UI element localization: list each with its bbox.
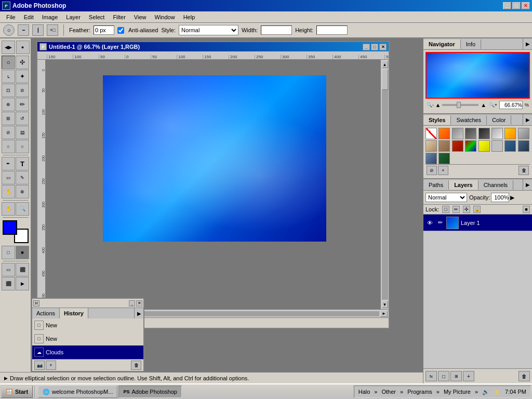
swatch-green[interactable] bbox=[438, 153, 450, 164]
swatch-gray1[interactable] bbox=[452, 128, 463, 139]
hand-tool[interactable]: ✋ bbox=[2, 202, 15, 216]
swatch-teal[interactable] bbox=[504, 140, 516, 152]
swatch-beige[interactable] bbox=[425, 140, 437, 152]
width-input[interactable] bbox=[261, 25, 292, 35]
swatch-blue-metal[interactable] bbox=[518, 140, 529, 152]
full-screen-menu[interactable]: ⬛ bbox=[16, 263, 29, 276]
jump-to-imageready[interactable]: ▶ bbox=[16, 277, 29, 290]
history-brush-tool[interactable]: ↺ bbox=[16, 112, 29, 125]
tab-info[interactable]: Info bbox=[461, 39, 481, 49]
fill-opacity[interactable]: ■ bbox=[523, 206, 530, 213]
layer-new-btn[interactable]: + bbox=[463, 371, 474, 381]
swatch-orange[interactable] bbox=[438, 128, 450, 139]
zoom-out-icon[interactable]: 🔍- bbox=[427, 102, 434, 108]
minimize-button[interactable]: _ bbox=[503, 2, 511, 9]
close-button[interactable]: ✕ bbox=[522, 2, 530, 9]
height-input[interactable] bbox=[316, 25, 348, 35]
menu-view[interactable]: View bbox=[130, 13, 151, 21]
tab-swatches[interactable]: Swatches bbox=[451, 115, 487, 125]
history-panel-menu-btn[interactable]: ▶ bbox=[134, 308, 143, 318]
brush-options[interactable]: ● bbox=[16, 41, 30, 54]
tab-channels[interactable]: Channels bbox=[478, 180, 513, 190]
swatch-none[interactable] bbox=[425, 128, 437, 139]
tab-paths[interactable]: Paths bbox=[423, 180, 449, 190]
taskbar-item-photoshop[interactable]: PS Adobe Photoshop bbox=[118, 385, 181, 398]
swatch-dark[interactable] bbox=[465, 128, 476, 139]
dodge-tool[interactable]: ○ bbox=[16, 140, 29, 153]
zoom-in-icon[interactable]: 🔍+ bbox=[489, 102, 497, 108]
scroll-right-btn[interactable]: ► bbox=[380, 311, 388, 317]
history-delete-btn[interactable]: 🗑 bbox=[131, 361, 141, 370]
actions-tab[interactable]: Actions bbox=[32, 308, 60, 318]
history-tab[interactable]: History bbox=[60, 308, 88, 318]
history-item-0[interactable]: □ New bbox=[32, 318, 143, 332]
shape-single-row-btn[interactable]: ━ bbox=[18, 24, 29, 36]
zoom-value-input[interactable] bbox=[499, 101, 523, 109]
text-tool[interactable]: T bbox=[16, 157, 29, 170]
document-canvas[interactable] bbox=[46, 60, 380, 309]
pen-tool[interactable]: ✒ bbox=[2, 157, 15, 170]
shape-single-col-btn[interactable]: ┃ bbox=[32, 24, 44, 36]
swatch-darkgray[interactable] bbox=[478, 128, 490, 139]
blend-mode-select[interactable]: Normal Dissolve Multiply bbox=[425, 193, 467, 202]
layer-visibility-0[interactable]: 👁 bbox=[425, 219, 434, 227]
swatch-cross[interactable] bbox=[491, 140, 503, 152]
layer-mask-btn[interactable]: □ bbox=[438, 371, 449, 381]
quick-mask-on[interactable]: ■ bbox=[16, 246, 29, 259]
full-screen-mode[interactable]: ⬛ bbox=[2, 277, 15, 290]
styles-delete-btn[interactable]: 🗑 bbox=[518, 166, 529, 175]
zoom-slider-thumb[interactable] bbox=[457, 102, 461, 108]
clone-stamp-tool[interactable]: ⊞ bbox=[2, 112, 15, 125]
vertical-scrollbar[interactable]: ▲ ▼ bbox=[380, 60, 389, 309]
opacity-arrow[interactable]: ▶ bbox=[510, 194, 514, 201]
lock-image-btn[interactable]: ✏ bbox=[453, 206, 460, 213]
standard-screen-mode[interactable]: ▭ bbox=[2, 263, 15, 276]
styles-new-btn[interactable]: + bbox=[438, 166, 448, 175]
swatch-tan[interactable] bbox=[438, 140, 450, 152]
notes-tool[interactable]: ✎ bbox=[16, 171, 29, 184]
tab-layers[interactable]: Layers bbox=[449, 180, 478, 190]
swatch-pattern1[interactable] bbox=[518, 128, 529, 139]
crop-tool[interactable]: ⊡ bbox=[2, 84, 15, 97]
history-item-1[interactable]: □ New bbox=[32, 332, 143, 345]
swatch-multicolor[interactable] bbox=[465, 140, 476, 152]
measure-tool[interactable]: ⊕ bbox=[16, 185, 29, 198]
menu-image[interactable]: Image bbox=[38, 13, 62, 21]
layer-item-0[interactable]: 👁 ✏ Layer 1 bbox=[423, 215, 532, 231]
layer-fx-btn[interactable]: fx bbox=[425, 371, 437, 381]
eraser-tool[interactable]: ⊘ bbox=[2, 126, 15, 139]
history-new-btn[interactable]: + bbox=[46, 361, 56, 370]
taskbar-item-ie[interactable]: 🌐 welcome PhotoshopM... bbox=[38, 385, 117, 398]
swatch-red[interactable] bbox=[452, 140, 463, 152]
start-button[interactable]: 🪟 Start bbox=[1, 385, 33, 398]
foreground-color-swatch[interactable] bbox=[3, 220, 17, 235]
doc-minimize-btn[interactable]: _ bbox=[363, 44, 370, 50]
eyedropper-tool[interactable]: ✋ bbox=[2, 185, 15, 198]
antialiased-checkbox[interactable] bbox=[117, 27, 124, 34]
menu-filter[interactable]: Filter bbox=[109, 13, 129, 21]
layers-panel-menu[interactable]: ▶ bbox=[523, 179, 532, 191]
restore-button[interactable]: □ bbox=[512, 2, 521, 9]
scroll-down-btn[interactable]: ▼ bbox=[382, 301, 388, 308]
menu-window[interactable]: Window bbox=[151, 13, 179, 21]
doc-close-btn[interactable]: ✕ bbox=[379, 44, 387, 50]
history-item-2[interactable]: ☁ Clouds bbox=[32, 345, 143, 359]
lock-all-btn[interactable]: 🔒 bbox=[473, 206, 481, 213]
menu-help[interactable]: Help bbox=[179, 13, 200, 21]
swatch-lightgray[interactable] bbox=[491, 128, 503, 139]
magic-wand-tool[interactable]: ✦ bbox=[16, 70, 29, 83]
lasso-tool[interactable]: ʟ bbox=[2, 70, 15, 83]
swatch-yellow[interactable] bbox=[504, 128, 516, 139]
history-close-btn[interactable]: ✕ bbox=[136, 300, 142, 307]
shape-add-btn[interactable]: +□ bbox=[47, 24, 58, 36]
tab-navigator[interactable]: Navigator bbox=[423, 39, 461, 49]
shape-ellipse-btn[interactable]: ○ bbox=[3, 24, 15, 36]
lock-transparent-btn[interactable]: □ bbox=[442, 206, 449, 213]
brush-tool[interactable]: ✏ bbox=[16, 98, 29, 111]
slice-tool[interactable]: ⊘ bbox=[16, 84, 29, 97]
styles-panel-menu[interactable]: ▶ bbox=[523, 114, 532, 126]
swatch-bright-yellow[interactable] bbox=[478, 140, 490, 152]
menu-edit[interactable]: Edit bbox=[20, 13, 38, 21]
styles-clear-btn[interactable]: ⊘ bbox=[427, 166, 437, 175]
tab-styles[interactable]: Styles bbox=[423, 115, 451, 125]
